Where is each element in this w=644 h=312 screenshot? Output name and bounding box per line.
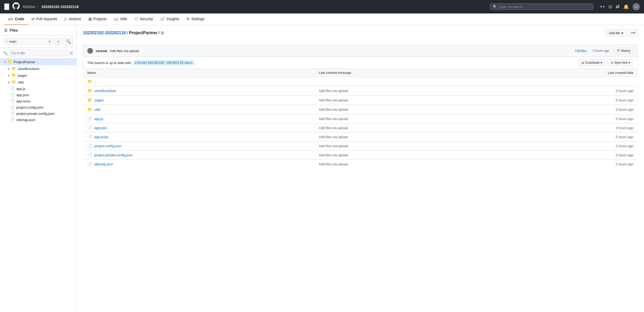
pull-requests-nav-button[interactable]: ⇄ (616, 4, 620, 10)
tree-label-cloudfunctions: cloudfunctions (18, 67, 39, 71)
file-link[interactable]: cloudfunctions (95, 89, 116, 93)
tree-item-pages[interactable]: ▸ 📁 pages (0, 72, 76, 79)
commit-msg-cell (315, 77, 491, 86)
commit-hash-link[interactable]: 7353fbc (575, 49, 587, 53)
add-file-sidebar-button[interactable]: + (55, 38, 62, 45)
col-name: Name (83, 69, 315, 77)
folder-icon: 📁 (7, 60, 12, 64)
history-button[interactable]: ⏱ History (614, 48, 633, 54)
file-icon: 📄 (87, 153, 92, 157)
commit-date-cell: 2 hours ago (491, 86, 638, 96)
search-placeholder: Type / to search (499, 5, 523, 9)
wiki-icon: 📖 (114, 17, 119, 21)
issues-button[interactable]: ⊙ (608, 4, 612, 10)
file-link[interactable]: sitemap.json (94, 162, 113, 166)
commit-date-cell: 2 hours ago (491, 151, 638, 160)
table-row: 📁.. (83, 77, 638, 86)
folder-icon: 📁 (87, 88, 92, 93)
commit-date-cell: 2 hours ago (491, 114, 638, 123)
file-icon: 📄 (10, 105, 15, 109)
file-link[interactable]: utils (95, 108, 101, 111)
col-commit-date: Last commit date (491, 69, 638, 77)
branch-notice-actions: ⇄ Contribute ▾ ↻ Sync fork ▾ (578, 59, 633, 66)
branch-name: main (9, 40, 16, 44)
breadcrumb-folder: ProjectPartner (129, 31, 158, 35)
hamburger-menu-button[interactable]: ☰ (4, 3, 9, 10)
search-files-button[interactable]: 🔍 (63, 38, 73, 45)
navbar-repo-name[interactable]: 102202102-102202116 (41, 5, 79, 9)
avatar[interactable]: M (633, 3, 640, 10)
contribute-button[interactable]: ⇄ Contribute ▾ (578, 59, 605, 66)
copy-path-button[interactable]: ⧉ (161, 31, 164, 35)
tab-pull-requests[interactable]: ⇄ Pull requests (28, 13, 61, 25)
tab-insights[interactable]: 📈 Insights (156, 13, 183, 25)
file-icon: 📄 (87, 134, 92, 139)
breadcrumb-repo-link[interactable]: 102202102-102202116 (83, 31, 126, 35)
tree-item-cloudfunctions[interactable]: ▸ 📁 cloudfunctions (0, 65, 76, 72)
tab-security[interactable]: 🛡 Security (131, 14, 157, 25)
folder-icon: 📁 (11, 73, 16, 78)
contribute-icon: ⇄ (582, 61, 584, 65)
file-tree: ▾ 📁 ProjectPartner ▸ 📁 cloudfunctions ▸ … (0, 59, 76, 123)
history-label: History (621, 49, 631, 53)
table-row: 📁cloudfunctionsAdd files via upload2 hou… (83, 86, 638, 96)
notifications-button[interactable]: 🔔 (623, 4, 629, 10)
tab-settings[interactable]: ⚙ Settings (183, 13, 208, 25)
tab-wiki[interactable]: 📖 Wiki (110, 13, 131, 25)
file-link[interactable]: project.config.json (94, 144, 121, 148)
tree-item-projectpartner[interactable]: ▾ 📁 ProjectPartner (0, 59, 76, 65)
tree-item-app-json[interactable]: 📄 app.json (0, 92, 76, 98)
file-icon: 📄 (10, 118, 15, 122)
file-icon: 📄 (87, 162, 92, 166)
more-options-button[interactable]: ••• (629, 29, 638, 37)
tree-item-project-config[interactable]: 📄 project.config.json (0, 104, 76, 110)
tree-item-app-js[interactable]: 📄 app.js (0, 86, 76, 92)
file-link[interactable]: pages (95, 98, 104, 102)
tree-item-utils[interactable]: ▸ 📁 utils (0, 79, 76, 86)
commit-msg-cell: Add files via upload (315, 160, 491, 169)
tree-item-app-wxss[interactable]: 📄 app.wxss (0, 98, 76, 104)
commit-date-cell: 2 hours ago (491, 160, 638, 169)
file-link[interactable]: app.wxss (94, 135, 108, 139)
navbar-user-link[interactable]: Mr0due (23, 5, 35, 9)
file-link[interactable]: app.js (94, 117, 103, 121)
files-panel-icon: ☰ (4, 28, 8, 32)
branch-select[interactable]: ⑂ main ▾ (3, 38, 53, 45)
add-file-chevron-icon: ▾ (621, 31, 623, 35)
tab-code[interactable]: </> Code (4, 14, 28, 25)
goto-file-input[interactable] (9, 50, 68, 56)
file-link[interactable]: project.private.config.json (94, 153, 132, 157)
navbar-separator: / (37, 5, 38, 9)
file-icon: 📄 (10, 93, 15, 97)
svg-text:M: M (635, 6, 637, 8)
tab-security-label: Security (140, 17, 153, 21)
tree-item-project-private[interactable]: 📄 project.private.config.json (0, 110, 76, 117)
commit-msg-cell: Add files via upload (315, 151, 491, 160)
file-link[interactable]: .. (95, 80, 96, 83)
table-row: 📄project.config.jsonAdd files via upload… (83, 141, 638, 151)
chevron-right-icon: ▸ (8, 67, 10, 70)
table-row: 📄project.private.config.jsonAdd files vi… (83, 151, 638, 160)
sync-fork-button[interactable]: ↻ Sync fork ▾ (607, 59, 633, 66)
commit-date-cell: 2 hours ago (491, 132, 638, 141)
tree-label-app-wxss: app.wxss (16, 99, 30, 103)
file-link[interactable]: app.json (94, 126, 107, 130)
sidebar-search-icon: 🔍 (3, 51, 8, 55)
tab-actions[interactable]: ▷ Actions (61, 13, 85, 25)
actions-icon: ▷ (65, 17, 68, 21)
add-file-button[interactable]: Add file ▾ (605, 30, 627, 37)
tab-projects[interactable]: ▦ Projects (85, 13, 110, 25)
table-row: 📄app.wxssAdd files via upload2 hours ago (83, 132, 638, 141)
tree-item-sitemap[interactable]: 📄 sitemap.json (0, 117, 76, 123)
tree-label-pages: pages (18, 74, 27, 77)
add-file-label: Add file (609, 31, 620, 35)
table-row: 📄app.jsAdd files via upload2 hours ago (83, 114, 638, 123)
tab-wiki-label: Wiki (120, 17, 127, 21)
commit-author[interactable]: s1ened (96, 49, 107, 53)
file-table-body: 📁..📁cloudfunctionsAdd files via upload2 … (83, 77, 638, 169)
search-bar[interactable]: 🔍 Type / to search (490, 3, 593, 10)
commit-msg-cell: Add files via upload (315, 114, 491, 123)
goto-file-row: 🔍 t (0, 48, 76, 59)
new-item-button[interactable]: + ▾ (600, 4, 605, 10)
tree-label-project-private: project.private.config.json (16, 112, 54, 116)
